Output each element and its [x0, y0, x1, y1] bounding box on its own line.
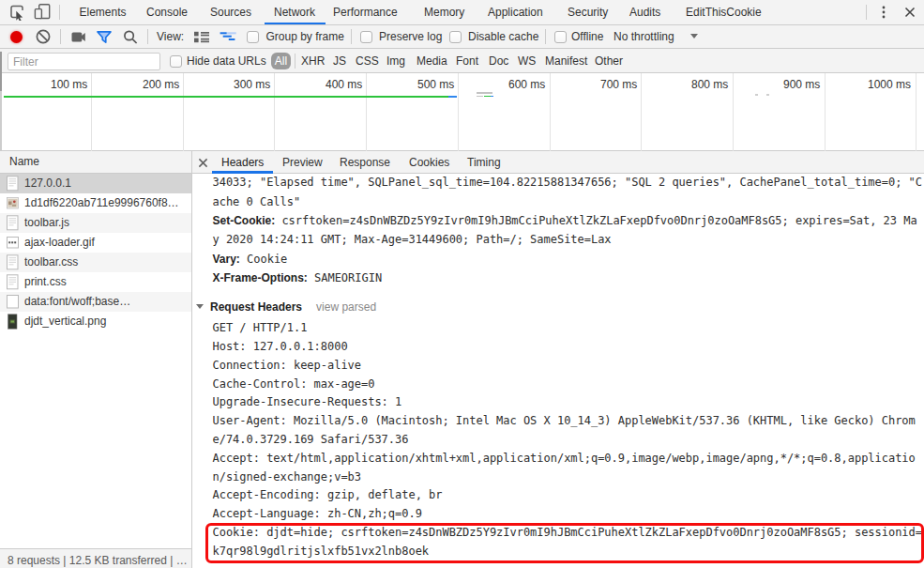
- request-row[interactable]: 1d1df6220ab711e9996760f8…: [0, 193, 191, 213]
- inspect-icon[interactable]: [9, 4, 26, 21]
- tab-sources[interactable]: Sources: [210, 0, 251, 24]
- details-tab-timing[interactable]: Timing: [467, 152, 501, 173]
- request-row[interactable]: toolbar.css: [0, 253, 191, 272]
- toolbar-separator: [295, 54, 295, 69]
- request-row[interactable]: djdt_vertical.png: [0, 312, 191, 331]
- more-options-icon[interactable]: [878, 5, 889, 20]
- request-row[interactable]: toolbar.js: [0, 213, 191, 233]
- filter-type-font[interactable]: Font: [456, 50, 478, 73]
- tab-security[interactable]: Security: [568, 0, 608, 24]
- selected-tab-underline: [265, 23, 326, 24]
- requests-summary: 8 requests | 12.5 KB transferred | …: [8, 554, 188, 567]
- close-devtools-icon[interactable]: [904, 7, 916, 18]
- overview-tick-label: 400 ms: [326, 79, 362, 90]
- header-line: 34033; "Elapsed time", SQLPanel_sql_time…: [213, 174, 923, 192]
- header-line: Vary: Cookie: [213, 250, 923, 269]
- offline-checkbox[interactable]: [554, 31, 567, 43]
- device-toolbar-icon[interactable]: [34, 4, 51, 20]
- throttling-select[interactable]: No throttling: [613, 25, 674, 49]
- search-icon[interactable]: [123, 30, 138, 44]
- filter-type-xhr[interactable]: XHR: [301, 50, 325, 73]
- header-line: Upgrade-Insecure-Requests: 1: [213, 393, 923, 412]
- tab-elements[interactable]: Elements: [80, 0, 127, 24]
- request-row[interactable]: data:font/woff;base…: [0, 292, 191, 312]
- screenshot-camera-icon[interactable]: [71, 32, 86, 42]
- request-name: 1d1df6220ab711e9996760f8…: [24, 193, 188, 213]
- header-line: X-Frame-Options: SAMEORIGIN: [213, 269, 923, 287]
- disable-cache-checkbox[interactable]: [449, 31, 462, 43]
- toolbar-separator: [147, 29, 148, 44]
- hide-data-urls-checkbox[interactable]: [170, 55, 182, 68]
- filter-type-all[interactable]: All: [271, 53, 291, 69]
- tab-audits[interactable]: Audits: [629, 0, 660, 24]
- clear-icon[interactable]: [36, 29, 51, 44]
- group-by-frame-checkbox[interactable]: [247, 31, 259, 43]
- group-by-frame-label: Group by frame: [266, 25, 344, 49]
- request-headers-title: Request Headers: [210, 300, 302, 314]
- header-line: Accept-Language: zh-CN,zh;q=0.9: [213, 505, 923, 524]
- image-preview-icon: [6, 195, 20, 211]
- tab-network[interactable]: Network: [274, 0, 315, 24]
- tab-application[interactable]: Application: [488, 0, 543, 24]
- header-line: ache 0 Calls": [213, 192, 923, 211]
- overview-gridline: [183, 73, 184, 151]
- toolbar-separator: [59, 5, 60, 20]
- filter-input[interactable]: [8, 53, 160, 70]
- filter-funnel-icon[interactable]: [97, 31, 112, 43]
- list-view-icon[interactable]: [194, 31, 209, 43]
- devtools-window: Elements Console Sources Network Perform…: [0, 0, 924, 568]
- record-icon[interactable]: [10, 31, 23, 43]
- overview-bar-main-waiting: [4, 96, 448, 98]
- overview-bar-2: [477, 92, 493, 94]
- details-tab-preview[interactable]: Preview: [282, 152, 323, 173]
- toolbar-separator: [351, 29, 352, 44]
- header-line: Set-Cookie: csrftoken=z4sDnWBZDz5Y9zIvr0…: [213, 211, 923, 230]
- close-details-icon[interactable]: [198, 158, 208, 168]
- overview-bar-main-download: [448, 96, 457, 98]
- requests-name-header[interactable]: Name: [0, 151, 191, 174]
- disable-cache-label: Disable cache: [468, 25, 538, 49]
- filter-type-ws[interactable]: WS: [518, 50, 536, 73]
- details-tab-headers[interactable]: Headers: [221, 152, 264, 173]
- overview-gridline: [91, 73, 92, 151]
- collapse-triangle-icon[interactable]: [196, 304, 204, 309]
- overview-gridline: [916, 73, 916, 151]
- filter-type-img[interactable]: Img: [386, 50, 405, 73]
- overview-tick-label: 1000 ms: [868, 79, 911, 90]
- headers-content: 34033; "Elapsed time", SQLPanel_sql_time…: [192, 174, 924, 568]
- request-row[interactable]: 127.0.0.1: [0, 174, 191, 193]
- header-line: Connection: keep-alive: [213, 357, 923, 376]
- tab-editthiscookie[interactable]: EditThisCookie: [686, 0, 762, 24]
- overview-tick-label: 800 ms: [691, 79, 728, 90]
- tab-performance[interactable]: Performance: [333, 0, 398, 24]
- preserve-log-checkbox[interactable]: [360, 31, 372, 43]
- request-headers-section[interactable]: Request Headersview parsed: [196, 300, 376, 317]
- filter-type-media[interactable]: Media: [417, 50, 447, 73]
- tab-memory[interactable]: Memory: [424, 0, 464, 24]
- request-row[interactable]: print.css: [0, 272, 191, 292]
- details-tab-bar: Headers Preview Response Cookies Timing: [192, 151, 924, 174]
- details-tab-response[interactable]: Response: [340, 152, 390, 173]
- filter-type-css[interactable]: CSS: [356, 50, 379, 73]
- request-name: print.css: [24, 272, 188, 292]
- image-dark-icon: [6, 314, 20, 330]
- filter-type-doc[interactable]: Doc: [489, 50, 508, 73]
- waterfall-view-icon[interactable]: [220, 32, 236, 42]
- filter-type-js[interactable]: JS: [333, 50, 346, 73]
- header-line: User-Agent: Mozilla/5.0 (Macintosh; Inte…: [213, 412, 923, 431]
- filter-type-other[interactable]: Other: [595, 50, 623, 73]
- overview-tick-label: 900 ms: [783, 79, 820, 90]
- view-parsed-link[interactable]: view parsed: [316, 300, 376, 314]
- toolbar-separator: [545, 29, 546, 44]
- throttling-dropdown-icon[interactable]: [690, 34, 698, 38]
- overview-gridline: [366, 73, 367, 151]
- overview-bar-3-download: [491, 96, 493, 98]
- tab-console[interactable]: Console: [146, 0, 188, 24]
- details-tab-cookies[interactable]: Cookies: [409, 152, 449, 173]
- filter-type-manifest[interactable]: Manifest: [545, 50, 587, 73]
- view-label: View:: [157, 25, 184, 49]
- network-overview[interactable]: 100 ms 200 ms 300 ms 400 ms 500 ms 600 m…: [0, 73, 924, 151]
- request-row[interactable]: ajax-loader.gif: [0, 233, 191, 253]
- blank-icon: [6, 294, 20, 310]
- header-line: e/74.0.3729.169 Safari/537.36: [213, 431, 923, 450]
